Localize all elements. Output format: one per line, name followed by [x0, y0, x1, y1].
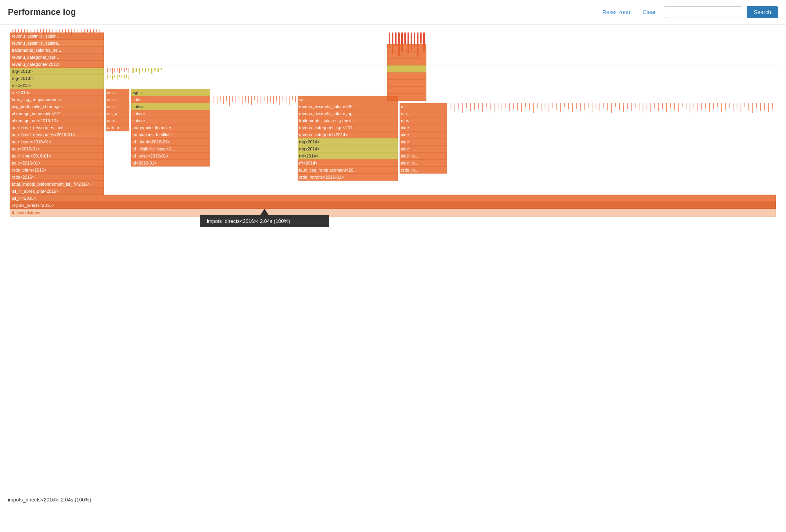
svg-rect-188 [158, 68, 159, 72]
svg-rect-289 [760, 103, 761, 111]
search-input[interactable] [664, 6, 742, 18]
svg-rect-173 [114, 75, 115, 78]
svg-rect-172 [112, 75, 113, 80]
svg-rect-317 [289, 96, 290, 105]
svg-rect-169 [129, 68, 129, 73]
search-button[interactable]: Search [747, 6, 778, 18]
svg-rect-144 [53, 29, 53, 32]
svg-rect-245 [588, 103, 589, 108]
header-controls: Reset zoom Clear Search [599, 6, 778, 18]
svg-text:impots_directs<2016>: 2.04s (1: impots_directs<2016>: 2.04s (100%) [207, 218, 290, 224]
svg-rect-153 [81, 29, 81, 33]
svg-text:sal...: sal... [299, 97, 308, 102]
svg-rect-183 [142, 68, 143, 71]
svg-rect-263 [658, 103, 659, 111]
svg-rect-246 [592, 103, 592, 112]
svg-rect-316 [286, 96, 286, 103]
svg-rect-148 [65, 29, 66, 34]
svg-rect-229 [525, 103, 526, 107]
svg-rect-237 [556, 103, 557, 110]
svg-rect-168 [126, 68, 127, 70]
svg-rect-272 [694, 103, 694, 109]
svg-text:prestations_familiale...: prestations_familiale... [132, 132, 175, 137]
svg-rect-228 [521, 103, 522, 112]
svg-rect-279 [721, 103, 722, 112]
svg-rect-231 [533, 103, 534, 113]
svg-rect-138 [34, 29, 34, 33]
svg-text:aide_lo...: aide_lo... [401, 161, 418, 165]
svg-text:rbg<2014>: rbg<2014> [299, 139, 320, 144]
svg-rect-166 [121, 68, 122, 71]
svg-rect-267 [674, 103, 675, 110]
svg-rect-159 [100, 29, 100, 33]
svg-rect-146 [59, 29, 60, 33]
svg-text:aide_lo...: aide_lo... [401, 154, 418, 158]
svg-text:isf_ifi<2016>: isf_ifi<2016> [12, 196, 36, 201]
svg-text:aah_b...: aah_b... [107, 125, 123, 130]
clear-button[interactable]: Clear [639, 7, 659, 17]
svg-rect-155 [87, 29, 88, 32]
svg-rect-136 [27, 29, 28, 35]
svg-text:revenu_categoriel_tspr<201...: revenu_categoriel_tspr<201... [299, 125, 356, 130]
svg-rect-271 [690, 103, 690, 112]
svg-rect-299 [232, 96, 233, 102]
svg-text:af<2016-01>: af<2016-01> [132, 161, 157, 165]
svg-rect-216 [474, 103, 475, 110]
svg-text:af_nbenf<2016-01>: af_nbenf<2016-01> [132, 139, 170, 144]
svg-rect-247 [596, 103, 596, 109]
svg-rect-249 [603, 103, 604, 108]
svg-rect-180 [132, 68, 134, 73]
svg-rect-280 [725, 103, 726, 110]
svg-text:rfr<2014>: rfr<2014> [299, 161, 318, 165]
svg-rect-205 [387, 65, 426, 72]
svg-text:crds_retraite<2016-01>: crds_retraite<2016-01> [299, 175, 344, 179]
svg-rect-175 [119, 75, 120, 77]
svg-text:rs...: rs... [401, 104, 408, 109]
svg-text:crds_pfam<2016>: crds_pfam<2016> [12, 168, 47, 172]
svg-rect-81 [298, 96, 398, 103]
svg-rect-261 [650, 103, 651, 112]
svg-rect-319 [295, 96, 296, 102]
svg-rect-248 [599, 103, 600, 111]
svg-rect-165 [119, 68, 120, 73]
svg-rect-302 [242, 96, 243, 105]
svg-text:cotis...: cotis... [132, 97, 145, 102]
svg-rect-187 [154, 68, 156, 71]
svg-text:ass...: ass... [107, 90, 117, 95]
svg-rect-202 [387, 44, 426, 51]
svg-rect-277 [713, 103, 714, 109]
svg-rect-240 [568, 103, 569, 109]
svg-text:rng<2013>: rng<2013> [12, 76, 33, 81]
svg-text:rni<2013>: rni<2013> [12, 83, 31, 88]
svg-rect-273 [697, 103, 698, 111]
svg-rect-296 [223, 96, 224, 104]
svg-rect-290 [764, 103, 765, 110]
svg-rect-164 [117, 68, 118, 71]
svg-text:rng<2014>: rng<2014> [299, 147, 320, 151]
svg-rect-150 [71, 29, 72, 35]
svg-rect-258 [639, 103, 639, 110]
reset-zoom-button[interactable]: Reset zoom [599, 7, 635, 17]
svg-rect-274 [701, 103, 702, 110]
svg-rect-233 [541, 103, 542, 111]
flamegraph-svg[interactable]: revenu_assimile_salair... revenu_assimil… [8, 29, 778, 467]
svg-rect-254 [623, 103, 624, 112]
svg-rect-185 [148, 68, 149, 71]
svg-rect-286 [748, 103, 749, 110]
svg-rect-223 [502, 103, 502, 111]
svg-rect-140 [40, 29, 41, 32]
svg-rect-297 [226, 96, 227, 101]
svg-rect-227 [517, 103, 518, 110]
svg-rect-234 [545, 103, 545, 109]
svg-text:asi_a...: asi_a... [107, 111, 121, 116]
svg-rect-311 [270, 96, 271, 102]
svg-rect-209 [387, 94, 426, 101]
svg-rect-219 [486, 103, 487, 107]
svg-rect-268 [678, 103, 679, 112]
svg-rect-176 [121, 75, 122, 78]
svg-rect-158 [96, 29, 97, 32]
svg-rect-189 [161, 68, 162, 70]
header: Performance log Reset zoom Clear Search [0, 0, 786, 25]
svg-rect-285 [744, 103, 745, 107]
svg-rect-213 [462, 103, 463, 113]
